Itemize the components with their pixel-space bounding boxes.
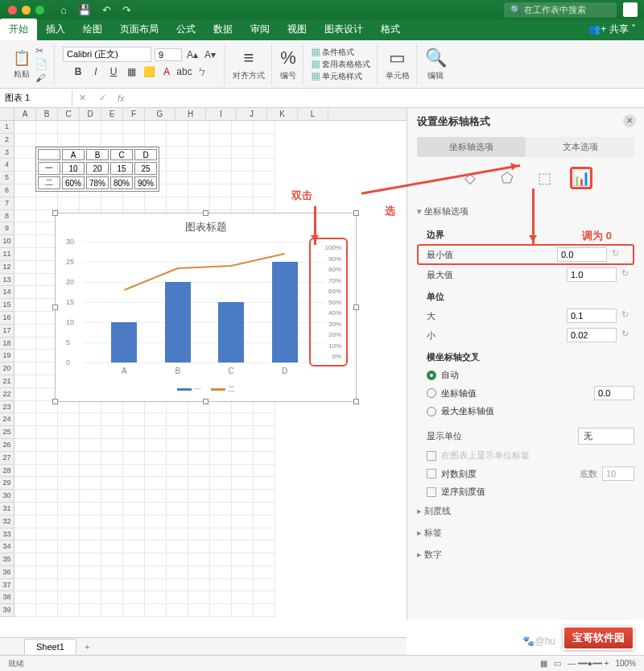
axis-value-input[interactable] bbox=[594, 386, 634, 400]
tab-formula[interactable]: 公式 bbox=[167, 19, 204, 40]
minimize-window-icon[interactable] bbox=[22, 6, 31, 14]
checkbox-reverse[interactable]: 逆序刻度值 bbox=[417, 483, 634, 500]
paste-icon[interactable]: 📋 bbox=[13, 49, 31, 67]
section-axis-options[interactable]: 坐标轴选项 bbox=[417, 201, 634, 222]
axis-options-icon[interactable]: 📊 bbox=[570, 167, 592, 189]
italic-button[interactable]: I bbox=[89, 64, 103, 79]
reset-icon[interactable]: ↻ bbox=[621, 329, 634, 342]
view-layout-icon[interactable]: ▭ bbox=[554, 659, 561, 668]
status-bar: 就绪 ▦ ▭ — ━━●━━ + 100% bbox=[0, 655, 644, 671]
redo-icon[interactable]: ↷ bbox=[122, 4, 131, 16]
add-sheet-icon[interactable]: + bbox=[76, 640, 97, 654]
min-value-input[interactable] bbox=[557, 247, 607, 262]
tab-insert[interactable]: 插入 bbox=[37, 19, 74, 40]
radio-axis-value[interactable]: 坐标轴值 bbox=[417, 383, 634, 403]
cells-group: ▭ 单元格 bbox=[379, 43, 417, 85]
undo-icon[interactable]: ↶ bbox=[102, 4, 111, 16]
annotation-arrow-icon bbox=[314, 206, 316, 245]
minor-unit-input[interactable] bbox=[567, 328, 617, 342]
clipboard-group: 📋 粘贴 ✂ 📄 🖌 bbox=[6, 43, 55, 85]
label-units: 单位 bbox=[417, 284, 634, 306]
label-cross: 横坐标轴交叉 bbox=[417, 345, 634, 367]
reset-icon[interactable]: ↻ bbox=[621, 309, 634, 322]
panel-tabs: 坐标轴选项 文本选项 bbox=[417, 137, 634, 157]
share-button[interactable]: 👥+ 共享 ˅ bbox=[580, 19, 644, 40]
checkbox-log[interactable]: 对数刻度 底数 bbox=[417, 464, 634, 483]
tab-view[interactable]: 视图 bbox=[279, 19, 316, 40]
save-icon[interactable]: 💾 bbox=[78, 4, 91, 16]
search-input[interactable]: 🔍 在工作表中搜索 bbox=[504, 2, 617, 18]
user-avatar-icon[interactable] bbox=[623, 2, 638, 17]
worksheet[interactable]: ABCDEFGHIJKL 123456789101112131415161718… bbox=[0, 108, 407, 620]
major-unit-input[interactable] bbox=[567, 309, 617, 323]
cells-icon[interactable]: ▭ bbox=[389, 48, 406, 68]
percent-icon[interactable]: % bbox=[280, 48, 296, 68]
tab-review[interactable]: 审阅 bbox=[242, 19, 279, 40]
underline-button[interactable]: U bbox=[106, 64, 121, 79]
display-unit-select[interactable]: 无 bbox=[578, 428, 634, 445]
chart-legend[interactable]: 一 二 bbox=[177, 384, 235, 395]
cancel-icon[interactable]: ✕ bbox=[72, 93, 93, 103]
section-ticks[interactable]: 刻度线 bbox=[417, 500, 634, 522]
formula-bar-row: 图表 1 ✕ ✓ fx bbox=[0, 89, 644, 108]
home-icon[interactable]: ⌂ bbox=[60, 4, 67, 16]
tab-format[interactable]: 格式 bbox=[372, 19, 409, 40]
close-panel-icon[interactable]: ✕ bbox=[623, 114, 636, 127]
tab-home[interactable]: 开始 bbox=[0, 19, 37, 40]
number-group: % 编号 bbox=[274, 43, 303, 85]
watermark-user: 🐾@hu bbox=[522, 636, 555, 647]
reset-icon[interactable]: ↻ bbox=[621, 268, 634, 281]
size-icon[interactable]: ⬚ bbox=[533, 167, 555, 189]
plot-area[interactable]: 051015202530ABCD bbox=[84, 242, 325, 362]
decrease-font-icon[interactable]: A▾ bbox=[203, 48, 217, 62]
align-icon[interactable]: ≡ bbox=[244, 48, 254, 68]
name-box[interactable]: 图表 1 bbox=[0, 90, 72, 106]
cell-style-button[interactable]: 单元格样式 bbox=[312, 70, 370, 82]
border-icon[interactable]: ▦ bbox=[124, 64, 138, 79]
font-size-select[interactable]: 9 bbox=[155, 48, 182, 61]
maximize-window-icon[interactable] bbox=[35, 6, 44, 14]
view-normal-icon[interactable]: ▦ bbox=[540, 659, 547, 668]
log-base-input[interactable] bbox=[602, 466, 634, 481]
reset-icon[interactable]: ↻ bbox=[612, 248, 625, 261]
sheet-tab[interactable]: Sheet1 bbox=[24, 639, 76, 654]
strikethrough-icon[interactable]: abc bbox=[177, 64, 192, 79]
fill-icon[interactable]: ◇ bbox=[459, 167, 481, 189]
zoom-level[interactable]: 100% bbox=[615, 659, 636, 668]
formula-bar[interactable]: fx bbox=[113, 92, 130, 105]
radio-auto[interactable]: 自动 bbox=[417, 367, 634, 383]
window-controls bbox=[0, 6, 52, 14]
copy-icon[interactable]: 📄 bbox=[35, 59, 47, 70]
radio-max-axis[interactable]: 最大坐标轴值 bbox=[417, 403, 634, 420]
find-icon[interactable]: 🔍 bbox=[425, 48, 447, 68]
phonetic-icon[interactable]: ㄅ bbox=[195, 64, 209, 79]
annotation-setzero: 调为 0 bbox=[582, 229, 612, 243]
tab-chart-design[interactable]: 图表设计 bbox=[316, 19, 372, 40]
conditional-format-button[interactable]: 条件格式 bbox=[312, 46, 370, 58]
section-numbers[interactable]: 数字 bbox=[417, 544, 634, 565]
zoom-slider[interactable]: — ━━●━━ + bbox=[568, 659, 609, 668]
bold-button[interactable]: B bbox=[71, 64, 85, 79]
tab-draw[interactable]: 绘图 bbox=[74, 19, 111, 40]
close-window-icon[interactable] bbox=[8, 6, 17, 14]
cut-icon[interactable]: ✂ bbox=[35, 45, 47, 56]
checkbox-show-unit: 在图表上显示单位标签 bbox=[417, 447, 634, 464]
font-family-select[interactable]: Calibri (正文) bbox=[63, 47, 151, 62]
chart-title[interactable]: 图表标题 bbox=[56, 213, 356, 238]
col-header[interactable]: A bbox=[14, 108, 36, 120]
ribbon-tabs: 开始 插入 绘图 页面布局 公式 数据 审阅 视图 图表设计 格式 👥+ 共享 … bbox=[0, 19, 644, 40]
tab-layout[interactable]: 页面布局 bbox=[111, 19, 167, 40]
tab-axis-options[interactable]: 坐标轴选项 bbox=[417, 137, 526, 157]
format-painter-icon[interactable]: 🖌 bbox=[35, 72, 47, 84]
secondary-axis[interactable]: 100%90%80%70%60%50%40%30%20%10%0% bbox=[309, 238, 348, 367]
styles-group: 条件格式 套用表格格式 单元格样式 bbox=[305, 43, 378, 85]
font-color-icon[interactable]: A bbox=[159, 64, 174, 79]
section-labels[interactable]: 标签 bbox=[417, 522, 634, 544]
confirm-icon[interactable]: ✓ bbox=[93, 93, 113, 103]
increase-font-icon[interactable]: A▴ bbox=[185, 48, 200, 62]
fill-color-icon[interactable]: 🟨 bbox=[142, 64, 156, 79]
table-format-button[interactable]: 套用表格格式 bbox=[312, 58, 370, 70]
tab-data[interactable]: 数据 bbox=[204, 19, 242, 40]
tab-text-options[interactable]: 文本选项 bbox=[526, 137, 634, 157]
max-value-input[interactable] bbox=[567, 267, 617, 282]
